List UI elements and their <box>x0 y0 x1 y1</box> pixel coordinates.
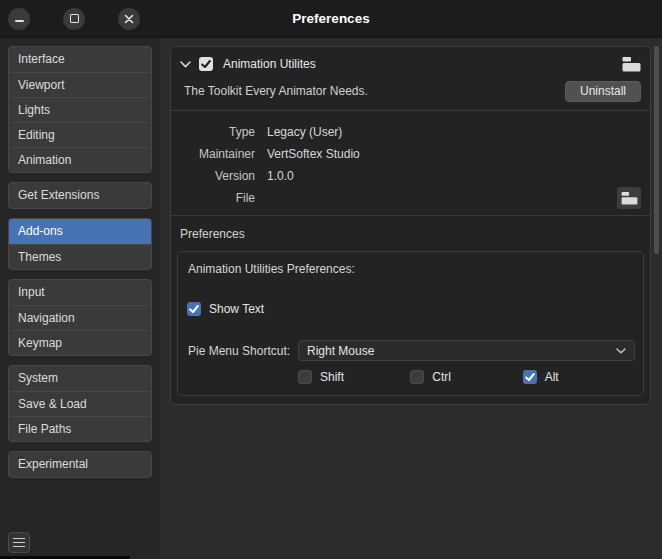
check-icon <box>200 58 212 70</box>
alt-modifier: Alt <box>523 370 635 384</box>
file-browse-button[interactable] <box>617 187 641 209</box>
addon-description: The Toolkit Every Animator Needs. <box>184 84 368 98</box>
sidebar-item-experimental[interactable]: Experimental <box>9 452 151 477</box>
sidebar-item-system[interactable]: System <box>9 366 151 391</box>
sidebar-item-addons[interactable]: Add-ons <box>9 219 151 244</box>
show-text-row: Show Text <box>187 302 635 316</box>
info-label-type: Type <box>179 125 255 139</box>
info-row-type: Type Legacy (User) <box>179 121 642 143</box>
sidebar-item-viewport[interactable]: Viewport <box>9 72 151 97</box>
sidebar-item-lights[interactable]: Lights <box>9 97 151 122</box>
prefs-heading: Animation Utilities Preferences: <box>188 262 635 276</box>
addon-enable-checkbox[interactable] <box>199 57 213 71</box>
show-text-checkbox[interactable] <box>187 302 201 316</box>
alt-label: Alt <box>545 370 559 384</box>
chevron-down-icon <box>616 348 626 354</box>
info-row-version: Version 1.0.0 <box>179 165 642 187</box>
sidebar-group-extensions: Get Extensions <box>8 182 152 209</box>
sidebar-item-save-load[interactable]: Save & Load <box>9 391 151 416</box>
preferences-window: Preferences Interface Viewport Lights Ed… <box>0 0 662 559</box>
content-area: Interface Viewport Lights Editing Animat… <box>0 38 662 559</box>
show-text-label: Show Text <box>209 302 264 316</box>
check-icon <box>524 371 536 383</box>
info-value-maintainer: VertSoftex Studio <box>267 147 360 161</box>
info-row-file: File <box>179 187 642 209</box>
addon-header[interactable]: Animation Utilites <box>171 47 650 74</box>
modifier-row: Shift Ctrl Alt <box>186 370 635 384</box>
sidebar-item-navigation[interactable]: Navigation <box>9 305 151 330</box>
sidebar-group-input: Input Navigation Keymap <box>8 279 152 356</box>
info-label-version: Version <box>179 169 255 183</box>
shift-checkbox[interactable] <box>298 370 312 384</box>
sidebar-item-interface[interactable]: Interface <box>9 47 151 72</box>
main-area: Animation Utilites The Toolkit Every Ani… <box>160 38 662 559</box>
uninstall-button[interactable]: Uninstall <box>565 81 641 102</box>
sidebar-spacer <box>8 487 152 532</box>
info-label-file: File <box>179 191 255 205</box>
info-row-maintainer: Maintainer VertSoftex Studio <box>179 143 642 165</box>
shift-modifier: Shift <box>298 370 410 384</box>
check-icon <box>188 303 200 315</box>
sidebar-item-keymap[interactable]: Keymap <box>9 330 151 355</box>
ctrl-modifier: Ctrl <box>410 370 522 384</box>
ctrl-checkbox[interactable] <box>410 370 424 384</box>
pie-menu-shortcut-dropdown[interactable]: Right Mouse <box>298 340 635 361</box>
alt-checkbox[interactable] <box>523 370 537 384</box>
sidebar-item-get-extensions[interactable]: Get Extensions <box>9 183 151 208</box>
preferences-menu-button[interactable] <box>8 532 30 553</box>
addon-info: Type Legacy (User) Maintainer VertSoftex… <box>171 111 650 215</box>
sidebar-group-general: Interface Viewport Lights Editing Animat… <box>8 46 152 173</box>
pie-menu-shortcut-label: Pie Menu Shortcut: <box>186 344 298 358</box>
info-label-maintainer: Maintainer <box>179 147 255 161</box>
hamburger-icon <box>13 538 25 540</box>
chevron-down-icon[interactable] <box>178 61 192 68</box>
shift-label: Shift <box>320 370 344 384</box>
minimize-button[interactable] <box>8 8 30 30</box>
folder-icon[interactable] <box>622 56 641 72</box>
folder-icon <box>621 191 638 205</box>
info-value-version: 1.0.0 <box>267 169 294 183</box>
info-value-type: Legacy (User) <box>267 125 342 139</box>
vertical-scrollbar[interactable] <box>654 46 659 254</box>
sidebar-group-addons: Add-ons Themes <box>8 218 152 270</box>
addon-description-row: The Toolkit Every Animator Needs. Uninst… <box>171 74 650 102</box>
sidebar-item-input[interactable]: Input <box>9 280 151 305</box>
sidebar-item-file-paths[interactable]: File Paths <box>9 416 151 441</box>
window-title: Preferences <box>0 11 662 26</box>
addon-panel: Animation Utilites The Toolkit Every Ani… <box>170 46 651 405</box>
maximize-button[interactable] <box>63 8 85 30</box>
sidebar-group-system: System Save & Load File Paths <box>8 365 152 442</box>
addon-preferences-box: Animation Utilities Preferences: Show Te… <box>177 251 644 396</box>
sidebar-item-editing[interactable]: Editing <box>9 122 151 147</box>
close-icon <box>124 14 134 24</box>
dropdown-value: Right Mouse <box>307 344 374 358</box>
close-button[interactable] <box>118 8 140 30</box>
minimize-icon <box>15 20 24 22</box>
sidebar-item-themes[interactable]: Themes <box>9 244 151 269</box>
maximize-icon <box>70 14 79 23</box>
addon-name: Animation Utilites <box>223 57 316 71</box>
sidebar-group-experimental: Experimental <box>8 451 152 478</box>
ctrl-label: Ctrl <box>432 370 451 384</box>
sidebar-item-animation[interactable]: Animation <box>9 147 151 172</box>
titlebar: Preferences <box>0 0 662 38</box>
pie-menu-shortcut-row: Pie Menu Shortcut: Right Mouse <box>186 340 635 361</box>
preferences-section-label: Preferences <box>171 216 650 241</box>
sidebar: Interface Viewport Lights Editing Animat… <box>0 38 160 559</box>
